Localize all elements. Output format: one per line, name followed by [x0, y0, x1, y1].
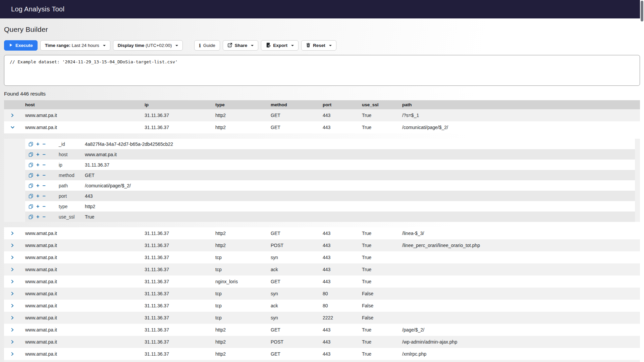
- filter-include-icon[interactable]: +: [36, 152, 39, 157]
- expand-chevron-cell[interactable]: [4, 113, 25, 117]
- detail-value: True: [85, 214, 635, 220]
- cell-path: /wp-admin/admin-ajax.php: [402, 339, 640, 345]
- vertical-scrollbar[interactable]: [640, 0, 644, 362]
- table-row[interactable]: www.amat.pa.it 31.11.36.37 tcp ack 443 T…: [4, 263, 640, 276]
- cell-path: /?s=$_1: [402, 113, 640, 118]
- filter-include-icon[interactable]: +: [36, 204, 39, 209]
- chevron-right-icon[interactable]: [10, 231, 14, 235]
- chevron-right-icon[interactable]: [10, 255, 14, 259]
- chevron-right-icon[interactable]: [10, 280, 14, 284]
- scrollbar-thumb[interactable]: [641, 1, 643, 21]
- table-row[interactable]: www.amat.pa.it 31.11.36.37 tcp syn 2222 …: [4, 312, 640, 324]
- reset-dropdown[interactable]: Reset: [301, 40, 336, 51]
- table-row[interactable]: www.amat.pa.it 31.11.36.37 tcp syn 80 Fa…: [4, 288, 640, 300]
- detail-key: type: [59, 204, 85, 209]
- cell-use_ssl: True: [362, 279, 402, 284]
- cell-use_ssl: False: [362, 303, 402, 308]
- table-row[interactable]: www.amat.pa.it 31.11.36.37 http2 GET 443…: [4, 360, 640, 362]
- cell-host: www.amat.pa.it: [25, 125, 145, 130]
- cell-type: http2: [215, 125, 271, 130]
- display-time-dropdown[interactable]: Display time (UTC+02:00): [113, 40, 183, 51]
- cell-port: 443: [323, 351, 362, 357]
- cell-use_ssl: True: [362, 243, 402, 248]
- expand-chevron-cell[interactable]: [4, 125, 25, 129]
- column-header-ip: ip: [145, 102, 215, 107]
- page-title: Query Builder: [4, 25, 640, 34]
- table-row[interactable]: www.amat.pa.it 31.11.36.37 http2 GET 443…: [4, 348, 640, 360]
- filter-exclude-icon[interactable]: −: [42, 204, 45, 209]
- expand-chevron-cell[interactable]: [4, 267, 25, 272]
- copy-icon[interactable]: [29, 163, 33, 167]
- copy-icon[interactable]: [29, 142, 33, 146]
- expand-chevron-cell[interactable]: [4, 292, 25, 296]
- chevron-right-icon[interactable]: [10, 328, 14, 332]
- cell-port: 443: [323, 243, 362, 248]
- filter-exclude-icon[interactable]: −: [42, 162, 45, 168]
- filter-include-icon[interactable]: +: [36, 183, 39, 188]
- filter-exclude-icon[interactable]: −: [42, 141, 45, 147]
- chevron-down-icon[interactable]: [10, 125, 15, 129]
- filter-exclude-icon[interactable]: −: [42, 193, 45, 199]
- execute-button[interactable]: Execute: [4, 40, 38, 51]
- copy-icon[interactable]: [29, 194, 33, 198]
- export-dropdown[interactable]: Export: [261, 40, 299, 51]
- chevron-right-icon[interactable]: [10, 292, 14, 296]
- expand-chevron-cell[interactable]: [4, 280, 25, 284]
- copy-icon[interactable]: [29, 215, 33, 219]
- filter-include-icon[interactable]: +: [36, 141, 39, 147]
- copy-icon[interactable]: [29, 173, 33, 178]
- caret-down-icon: [251, 45, 254, 46]
- filter-exclude-icon[interactable]: −: [42, 183, 45, 188]
- table-row[interactable]: www.amat.pa.it 31.11.36.37 tcp syn 443 T…: [4, 251, 640, 263]
- filter-exclude-icon[interactable]: −: [42, 173, 45, 178]
- expand-chevron-cell[interactable]: [4, 255, 25, 259]
- filter-include-icon[interactable]: +: [36, 173, 39, 178]
- table-body: www.amat.pa.it 31.11.36.37 http2 GET 443…: [4, 109, 640, 362]
- table-row[interactable]: www.amat.pa.it 31.11.36.37 http2 POST 44…: [4, 336, 640, 348]
- expand-chevron-cell[interactable]: [4, 304, 25, 308]
- table-row[interactable]: www.amat.pa.it 31.11.36.37 http2 POST 44…: [4, 239, 640, 251]
- filter-include-icon[interactable]: +: [36, 162, 39, 168]
- cell-method: GET: [271, 125, 323, 130]
- copy-icon[interactable]: [29, 183, 33, 188]
- filter-exclude-icon[interactable]: −: [42, 214, 45, 220]
- chevron-right-icon[interactable]: [10, 113, 14, 117]
- table-row[interactable]: www.amat.pa.it 31.11.36.37 tcp ack 80 Fa…: [4, 300, 640, 312]
- cell-path: /comunicati/page/$_2/: [402, 125, 640, 130]
- table-row[interactable]: www.amat.pa.it 31.11.36.37 http2 GET 443…: [4, 227, 640, 239]
- caret-down-icon: [329, 45, 332, 46]
- copy-icon[interactable]: [29, 152, 33, 157]
- chevron-right-icon[interactable]: [10, 352, 14, 356]
- query-input[interactable]: // Example dataset: '2024-11-29_13-15-04…: [4, 55, 640, 86]
- chevron-right-icon[interactable]: [10, 243, 14, 247]
- table-row[interactable]: www.amat.pa.it 31.11.36.37 http2 GET 443…: [4, 121, 640, 133]
- chevron-right-icon[interactable]: [10, 340, 14, 344]
- cell-method: ack: [271, 267, 323, 272]
- guide-button[interactable]: i Guide: [194, 40, 220, 51]
- copy-icon[interactable]: [29, 204, 33, 209]
- filter-exclude-icon[interactable]: −: [42, 152, 45, 157]
- table-row[interactable]: www.amat.pa.it 31.11.36.37 http2 GET 443…: [4, 324, 640, 336]
- filter-include-icon[interactable]: +: [36, 193, 39, 199]
- filter-include-icon[interactable]: +: [36, 214, 39, 220]
- expand-chevron-cell[interactable]: [4, 243, 25, 247]
- expand-chevron-cell[interactable]: [4, 340, 25, 344]
- chevron-right-icon[interactable]: [10, 316, 14, 320]
- time-range-dropdown[interactable]: Time range: Last 24 hours: [40, 40, 110, 51]
- cell-ip: 31.11.36.37: [145, 279, 215, 284]
- table-row[interactable]: www.amat.pa.it 31.11.36.37 http2 GET 443…: [4, 109, 640, 121]
- cell-ip: 31.11.36.37: [145, 291, 215, 296]
- table-row[interactable]: www.amat.pa.it 31.11.36.37 nginx_loris G…: [4, 276, 640, 288]
- chevron-right-icon[interactable]: [10, 304, 14, 308]
- chevron-right-icon[interactable]: [10, 267, 14, 272]
- expand-chevron-cell[interactable]: [4, 328, 25, 332]
- expand-chevron-cell[interactable]: [4, 316, 25, 320]
- column-header-type: type: [215, 102, 271, 107]
- cell-type: http2: [215, 113, 271, 118]
- expand-chevron-cell[interactable]: [4, 352, 25, 356]
- expanded-row-details: + − _id 4a827f4a-34a7-42d7-b65a-2db42565…: [4, 139, 640, 222]
- expand-chevron-cell[interactable]: [4, 231, 25, 235]
- share-dropdown[interactable]: Share: [223, 40, 259, 51]
- cell-type: nginx_loris: [215, 279, 271, 284]
- cell-ip: 31.11.36.37: [145, 113, 215, 118]
